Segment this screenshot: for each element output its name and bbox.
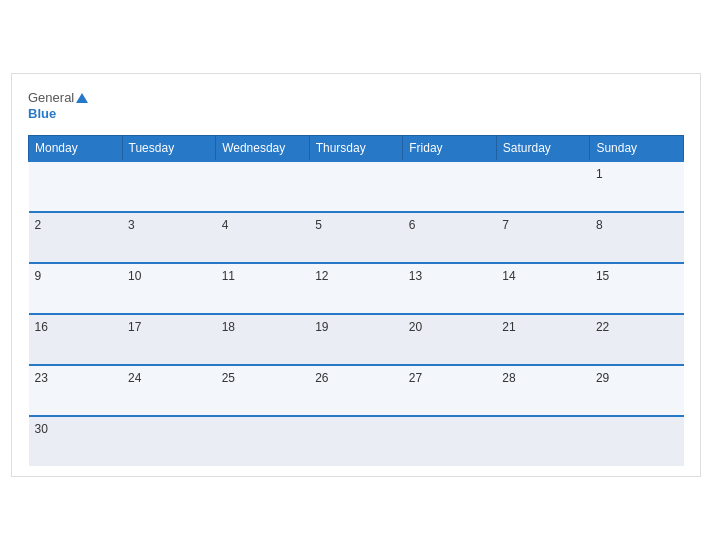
day-header-saturday: Saturday	[496, 136, 590, 162]
day-number: 18	[222, 320, 235, 334]
calendar-cell: 15	[590, 263, 684, 314]
calendar-cell	[590, 416, 684, 466]
day-number: 11	[222, 269, 235, 283]
calendar-cell: 6	[403, 212, 497, 263]
day-number: 20	[409, 320, 422, 334]
day-header-monday: Monday	[29, 136, 123, 162]
calendar-cell: 24	[122, 365, 216, 416]
day-number: 2	[35, 218, 42, 232]
day-number: 14	[502, 269, 515, 283]
calendar-cell: 21	[496, 314, 590, 365]
day-number: 25	[222, 371, 235, 385]
day-header-sunday: Sunday	[590, 136, 684, 162]
calendar-cell: 27	[403, 365, 497, 416]
day-number: 3	[128, 218, 135, 232]
day-number: 21	[502, 320, 515, 334]
day-number: 23	[35, 371, 48, 385]
day-number: 1	[596, 167, 603, 181]
day-number: 22	[596, 320, 609, 334]
calendar-cell	[216, 416, 310, 466]
calendar-cell: 11	[216, 263, 310, 314]
day-number: 15	[596, 269, 609, 283]
calendar-cell	[122, 416, 216, 466]
calendar-cell: 25	[216, 365, 310, 416]
day-number: 17	[128, 320, 141, 334]
day-number: 30	[35, 422, 48, 436]
calendar-cell: 7	[496, 212, 590, 263]
day-number: 10	[128, 269, 141, 283]
day-header-thursday: Thursday	[309, 136, 403, 162]
calendar-cell: 4	[216, 212, 310, 263]
calendar-cell: 8	[590, 212, 684, 263]
week-row-1: 2345678	[29, 212, 684, 263]
week-row-4: 23242526272829	[29, 365, 684, 416]
calendar-cell: 14	[496, 263, 590, 314]
calendar-cell: 18	[216, 314, 310, 365]
calendar-cell: 9	[29, 263, 123, 314]
day-number: 28	[502, 371, 515, 385]
calendar-cell	[309, 161, 403, 212]
day-header-wednesday: Wednesday	[216, 136, 310, 162]
calendar-cell: 20	[403, 314, 497, 365]
calendar-cell	[309, 416, 403, 466]
logo: General Blue	[28, 90, 88, 121]
day-number: 7	[502, 218, 509, 232]
calendar-grid: MondayTuesdayWednesdayThursdayFridaySatu…	[28, 135, 684, 466]
calendar-cell	[496, 416, 590, 466]
calendar-cell: 26	[309, 365, 403, 416]
day-number: 9	[35, 269, 42, 283]
week-row-2: 9101112131415	[29, 263, 684, 314]
day-number: 6	[409, 218, 416, 232]
day-header-tuesday: Tuesday	[122, 136, 216, 162]
calendar-cell: 29	[590, 365, 684, 416]
day-header-friday: Friday	[403, 136, 497, 162]
calendar-cell: 22	[590, 314, 684, 365]
calendar-cell	[29, 161, 123, 212]
calendar-cell	[496, 161, 590, 212]
day-number: 5	[315, 218, 322, 232]
calendar-cell	[216, 161, 310, 212]
week-row-0: 1	[29, 161, 684, 212]
day-number: 29	[596, 371, 609, 385]
day-number: 4	[222, 218, 229, 232]
calendar-header: General Blue	[28, 90, 684, 121]
day-number: 26	[315, 371, 328, 385]
day-number: 12	[315, 269, 328, 283]
calendar-cell: 23	[29, 365, 123, 416]
day-number: 13	[409, 269, 422, 283]
calendar-cell: 19	[309, 314, 403, 365]
calendar-cell: 13	[403, 263, 497, 314]
calendar-cell	[122, 161, 216, 212]
calendar-cell: 16	[29, 314, 123, 365]
calendar-cell: 1	[590, 161, 684, 212]
day-header-row: MondayTuesdayWednesdayThursdayFridaySatu…	[29, 136, 684, 162]
calendar-cell: 5	[309, 212, 403, 263]
day-number: 24	[128, 371, 141, 385]
calendar-cell: 10	[122, 263, 216, 314]
calendar-cell: 17	[122, 314, 216, 365]
day-number: 16	[35, 320, 48, 334]
logo-triangle-icon	[76, 93, 88, 103]
calendar-cell: 28	[496, 365, 590, 416]
calendar-cell	[403, 161, 497, 212]
day-number: 8	[596, 218, 603, 232]
week-row-5: 30	[29, 416, 684, 466]
logo-blue-text: Blue	[28, 106, 56, 122]
week-row-3: 16171819202122	[29, 314, 684, 365]
calendar-cell: 30	[29, 416, 123, 466]
calendar-cell: 3	[122, 212, 216, 263]
day-number: 27	[409, 371, 422, 385]
day-number: 19	[315, 320, 328, 334]
calendar-cell: 12	[309, 263, 403, 314]
calendar-cell	[403, 416, 497, 466]
calendar-container: General Blue MondayTuesdayWednesdayThurs…	[11, 73, 701, 477]
logo-general-text: General	[28, 90, 74, 106]
calendar-cell: 2	[29, 212, 123, 263]
